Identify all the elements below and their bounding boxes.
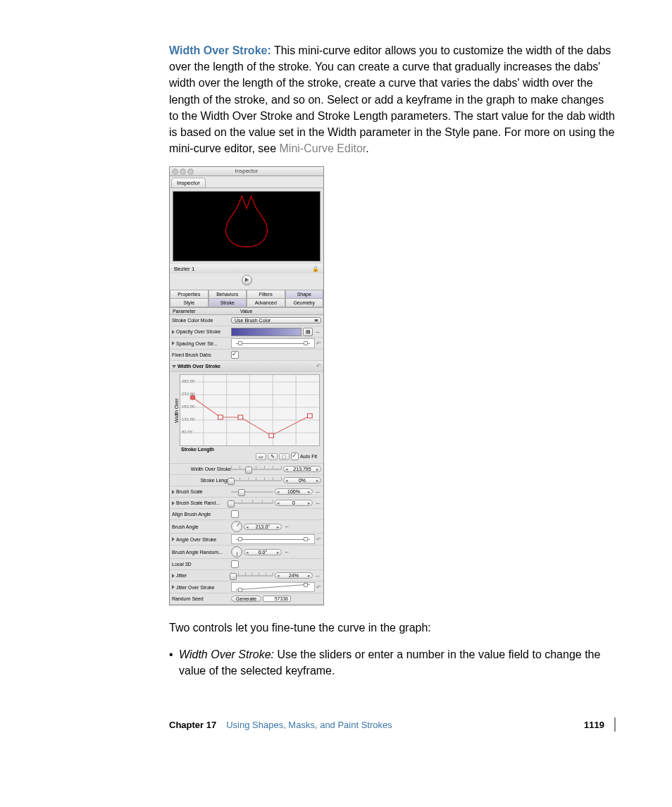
para-tail: . [366, 142, 368, 154]
tool-zoom[interactable]: ⬚ [279, 453, 290, 460]
popup-stroke-color-mode[interactable]: Use Brush Color [231, 317, 321, 324]
svg-rect-13 [269, 433, 274, 438]
svg-rect-14 [308, 414, 313, 418]
param-menu[interactable]: – [314, 572, 321, 579]
spin-brush-scale-random[interactable]: 0 [275, 500, 313, 506]
row-fixed-brush-dabs: Fixed Brush Dabs [170, 350, 323, 361]
row-stroke-length: Stroke Length 0% [170, 475, 323, 486]
graph-xlabel: Stroke Length [171, 446, 320, 452]
subtab-advanced[interactable]: Advanced [247, 299, 285, 307]
gradient-menu-icon[interactable]: ▤ [303, 328, 313, 336]
slider-jitter[interactable] [231, 572, 273, 579]
traffic-lights[interactable] [172, 168, 194, 175]
row-brush-angle: Brush Angle 213.0°– [170, 520, 323, 534]
row-jitter: Jitter 24%– [170, 570, 323, 581]
object-name: Bezier 1 [174, 266, 194, 272]
row-brush-angle-random: Brush Angle Random... 0.0°– [170, 546, 323, 559]
param-label: Width Over Stroke: [169, 44, 271, 56]
disclosure-icon[interactable] [172, 574, 175, 578]
mini-curve-angle[interactable] [231, 534, 315, 544]
dial-brush-angle[interactable] [231, 521, 242, 532]
column-header: Parameter Value [170, 307, 323, 315]
preview-pane [173, 191, 321, 261]
slider-brush-scale[interactable] [231, 488, 273, 495]
subtab-style[interactable]: Style [170, 299, 209, 307]
tab-inspector[interactable]: Inspector [171, 178, 206, 187]
checkbox-local-3d[interactable] [231, 560, 239, 568]
subtab-geometry[interactable]: Geometry [285, 299, 324, 307]
spin-stroke-length[interactable]: 0% [283, 477, 321, 483]
mini-curve-editor[interactable]: Width Over 282.00 232.00 182.00 132.00 8… [170, 372, 323, 464]
slider-wos[interactable] [231, 466, 282, 473]
mini-curve-jitter[interactable] [231, 582, 315, 592]
keyframe-icon[interactable]: ↶ [316, 536, 321, 543]
row-random-seed: Random Seed Generate57336 [170, 593, 323, 605]
paragraph-two-controls: Two controls let you fine-tune the curve… [169, 620, 616, 636]
footer-chapter: Chapter 17 [169, 720, 216, 730]
autofit-label: Auto Fit [300, 454, 317, 459]
tab-behaviors[interactable]: Behaviors [209, 290, 247, 299]
disclosure-icon[interactable] [172, 341, 175, 345]
window-title: Inspector [235, 168, 259, 174]
row-local-3d: Local 3D [170, 559, 323, 570]
hdr-parameter: Parameter [170, 308, 237, 314]
checkbox-autofit[interactable] [291, 452, 299, 460]
spin-angle-random[interactable]: 0.0° [244, 549, 282, 555]
keyframe-icon[interactable]: ↶ [316, 363, 321, 369]
play-button[interactable] [242, 275, 252, 285]
tabs-sub: Style Stroke Advanced Geometry [170, 299, 323, 307]
disclosure-icon[interactable] [172, 585, 175, 589]
tab-properties[interactable]: Properties [170, 290, 209, 299]
row-jitter-over-stroke: Jitter Over Stroke ↶ [170, 581, 323, 593]
row-stroke-color-mode: Stroke Color Mode Use Brush Color [170, 315, 323, 326]
svg-rect-12 [238, 415, 243, 419]
row-align-brush-angle: Align Brush Angle [170, 509, 323, 520]
disclosure-icon[interactable] [172, 537, 175, 541]
slider-brush-scale-random[interactable] [231, 500, 273, 507]
slider-stroke-length[interactable] [231, 477, 282, 484]
checkbox-fixed-dabs[interactable] [231, 351, 239, 359]
row-wos-value: Width Over Stroke 213.795 [170, 464, 323, 475]
subtab-stroke[interactable]: Stroke [209, 299, 247, 307]
spin-brush-angle[interactable]: 213.0° [244, 524, 282, 530]
param-menu[interactable]: – [314, 500, 321, 507]
footer-divider [614, 717, 616, 732]
checkbox-align[interactable] [231, 510, 239, 518]
link-mini-curve-editor[interactable]: Mini-Curve Editor [280, 142, 366, 154]
tab-filters[interactable]: Filters [247, 290, 285, 299]
param-menu[interactable]: – [283, 548, 290, 555]
bullet-label: Width Over Stroke: [179, 648, 274, 660]
mini-curve-spacing[interactable] [231, 338, 315, 348]
graph-ylabel: Width Over [174, 398, 179, 423]
lock-icon[interactable]: 🔒 [312, 266, 319, 272]
disclosure-icon[interactable] [172, 330, 175, 334]
bullet-item: • Width Over Stroke: Use the sliders or … [169, 646, 616, 679]
keyframe-icon[interactable]: ↶ [316, 584, 321, 591]
button-generate[interactable]: Generate [231, 596, 261, 602]
param-menu[interactable]: – [314, 328, 321, 335]
spin-wos[interactable]: 213.795 [283, 466, 321, 472]
tool-pointer[interactable]: ▭ [256, 453, 266, 460]
disclosure-icon[interactable] [172, 365, 176, 368]
spin-jitter[interactable]: 24% [275, 572, 313, 579]
object-header: Bezier 1 🔒 [170, 264, 323, 273]
opacity-gradient[interactable] [231, 328, 301, 336]
row-spacing-over-stroke: Spacing Over Str... ↶ [170, 338, 323, 350]
tool-pen[interactable]: ✎ [268, 453, 278, 460]
disclosure-icon[interactable] [172, 501, 175, 505]
dial-angle-random[interactable] [231, 546, 242, 557]
hdr-value: Value [237, 308, 323, 314]
window-titlebar: Inspector [170, 167, 323, 176]
inspector-screenshot: Inspector Inspector Bezier 1 🔒 Propertie… [169, 166, 324, 605]
row-opacity-over-stroke: Opacity Over Stroke ▤– [170, 326, 323, 338]
spin-brush-scale[interactable]: 100% [275, 488, 313, 495]
field-seed[interactable]: 57336 [263, 596, 291, 602]
footer-title: Using Shapes, Masks, and Paint Strokes [226, 720, 392, 730]
page-footer: Chapter 17 Using Shapes, Masks, and Pain… [169, 717, 616, 732]
param-menu[interactable]: – [283, 523, 290, 530]
page-number: 1119 [584, 720, 604, 730]
keyframe-icon[interactable]: ↶ [316, 340, 321, 347]
tab-shape[interactable]: Shape [285, 290, 324, 299]
disclosure-icon[interactable] [172, 490, 175, 494]
param-menu[interactable]: – [314, 488, 321, 495]
